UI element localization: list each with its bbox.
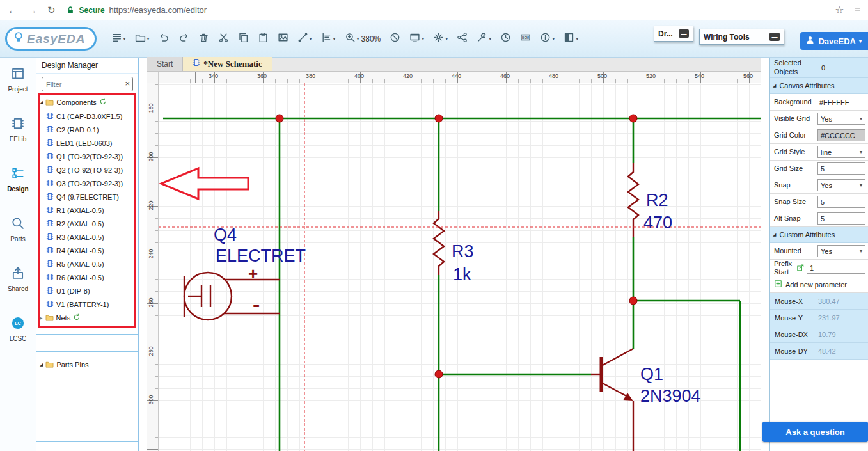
dropdown-caret-icon[interactable]: ▾ (357, 36, 359, 42)
r2-reference[interactable]: R2 (646, 191, 668, 210)
attr-input[interactable]: 5 (817, 212, 865, 225)
refresh-icon[interactable] (99, 98, 107, 107)
canvas-attributes-header[interactable]: ◢ Canvas Attributes (770, 78, 868, 94)
r2-value[interactable]: 470 (643, 213, 672, 233)
component-item[interactable]: Q3 (TO-92(TO-92-3)) (36, 177, 138, 190)
q1-value[interactable]: 2N3904 (640, 386, 701, 406)
copy-button[interactable] (235, 29, 252, 48)
attr-select[interactable]: Yes▾ (817, 179, 865, 191)
attr-input[interactable]: 5 (817, 196, 865, 208)
theme-contrast-button[interactable]: ▾ (560, 29, 581, 48)
refresh-icon[interactable] (73, 313, 81, 322)
panel-splitter[interactable] (36, 351, 138, 352)
attr-select[interactable]: line▾ (817, 146, 865, 158)
browser-reload-icon[interactable]: ↻ (47, 4, 56, 16)
dropdown-caret-icon[interactable]: ▾ (489, 36, 491, 42)
dropdown-caret-icon[interactable]: ▾ (445, 36, 448, 42)
drawing-tools-window[interactable]: Dr... — (654, 26, 693, 42)
bom-button[interactable]: BOM (517, 29, 534, 48)
url-text[interactable]: https://easyeda.com/editor (109, 5, 825, 15)
paste-button[interactable] (255, 29, 272, 48)
component-item[interactable]: R3 (AXIAL-0.5) (36, 230, 138, 244)
easyeda-logo[interactable]: EasyEDA (5, 27, 97, 51)
info-button[interactable]: ▾ (537, 29, 558, 48)
folder-icon (45, 313, 54, 323)
cut-button[interactable] (215, 29, 232, 48)
component-item[interactable]: C1 (CAP-D3.0XF1.5) (36, 109, 138, 123)
dropdown-caret-icon[interactable]: ▾ (552, 36, 555, 42)
component-item[interactable]: Q2 (TO-92(TO-92-3)) (36, 163, 138, 177)
grid-color-swatch[interactable]: #CCCCCC (817, 129, 865, 141)
panel-splitter[interactable] (36, 334, 138, 335)
component-item[interactable]: V1 (BATTERY-1) (36, 297, 138, 311)
r3-reference[interactable]: R3 (452, 242, 474, 262)
zoom-button[interactable]: ▾380% (342, 29, 384, 48)
browser-back-icon[interactable]: ← (8, 4, 17, 15)
redo-button[interactable] (175, 29, 193, 48)
attr-select[interactable]: Yes▾ (817, 245, 865, 257)
add-parameter-button[interactable]: Add new parameter (770, 276, 868, 293)
open-folder-button[interactable]: ▾ (132, 29, 153, 48)
minimize-icon[interactable]: — (769, 33, 780, 41)
sidebar-item-design[interactable]: Design (7, 166, 28, 193)
dropdown-caret-icon[interactable]: ▾ (147, 36, 150, 42)
delete-button[interactable] (195, 29, 212, 48)
component-item[interactable]: Q1 (TO-92(TO-92-3)) (36, 150, 138, 163)
sidebar-item-lcsc[interactable]: LCLCSC (10, 316, 27, 342)
dropdown-caret-icon[interactable]: ▾ (576, 36, 578, 42)
bookmark-star-icon[interactable]: ☆ (835, 4, 844, 16)
user-account-button[interactable]: DaveEDA ▾ (800, 32, 868, 50)
tools-wrench-button[interactable]: ▾ (473, 29, 494, 48)
minimize-icon[interactable]: — (679, 29, 689, 38)
component-item[interactable]: U1 (DIP-8) (36, 284, 138, 297)
draw-line-button[interactable]: ▾ (294, 29, 315, 48)
attr-input[interactable]: 1 (807, 262, 865, 274)
browser-menu-icon[interactable]: ≡ (855, 4, 860, 16)
sidebar-item-eelib[interactable]: EELib (10, 116, 27, 143)
sidebar-item-shared[interactable]: Shared (8, 266, 28, 292)
ask-question-button[interactable]: Ask a question (762, 422, 868, 442)
attr-select[interactable]: Yes▾ (817, 113, 865, 125)
image-button[interactable] (274, 29, 292, 48)
component-item[interactable]: R5 (AXIAL-0.5) (36, 257, 138, 271)
parts-pins-folder[interactable]: ◢ Parts Pins (36, 358, 138, 372)
filter-input[interactable] (42, 77, 133, 91)
dropdown-caret-icon[interactable]: ▾ (333, 36, 336, 42)
attr-input[interactable]: 5 (817, 162, 865, 175)
clear-filter-icon[interactable]: × (125, 79, 130, 88)
component-item[interactable]: R2 (AXIAL-0.5) (36, 217, 138, 230)
q4-reference[interactable]: Q4 (214, 225, 237, 245)
sidebar-item-parts[interactable]: Parts (10, 216, 25, 242)
tab-new-schematic[interactable]: *New Schematic (183, 57, 272, 71)
dropdown-caret-icon[interactable]: ▾ (310, 36, 312, 42)
menu-button[interactable]: ▾ (108, 29, 129, 48)
q4-value[interactable]: ELECTRET (216, 246, 306, 266)
dialog-button[interactable]: ▾ (406, 29, 427, 48)
dropdown-caret-icon[interactable]: ▾ (422, 36, 424, 42)
tab-start[interactable]: Start (147, 57, 183, 71)
nets-folder[interactable]: ▸ Nets (36, 311, 138, 325)
component-item[interactable]: C2 (RAD-0.1) (36, 123, 138, 136)
wiring-tools-window[interactable]: Wiring Tools — (699, 29, 784, 45)
erc-check-button[interactable] (386, 29, 404, 48)
undo-button[interactable] (155, 29, 173, 48)
address-bar[interactable]: Secure https://easyeda.com/editor (66, 5, 825, 15)
component-item[interactable]: LED1 (LED-0603) (36, 136, 138, 150)
share-button[interactable] (454, 29, 471, 48)
r3-value[interactable]: 1k (453, 265, 471, 285)
align-button[interactable]: ▾ (318, 29, 339, 48)
panel-splitter[interactable] (36, 441, 138, 442)
schematic-canvas[interactable]: Q4 ELECTRET + - R3 1k R2 470 Q1 2N3904 (159, 83, 761, 451)
component-item[interactable]: Q4 (9.7ELECTRET) (36, 190, 138, 203)
custom-attributes-header[interactable]: ◢ Custom Attributes (770, 227, 868, 243)
settings-gear-button[interactable]: ▾ (430, 29, 451, 48)
component-item[interactable]: R4 (AXIAL-0.5) (36, 244, 138, 257)
components-folder[interactable]: ◢ Components (36, 95, 138, 109)
dropdown-caret-icon[interactable]: ▾ (123, 36, 126, 42)
sidebar-item-project[interactable]: Project (8, 67, 28, 93)
history-clock-button[interactable] (497, 29, 514, 48)
q1-reference[interactable]: Q1 (640, 365, 663, 384)
component-item[interactable]: R1 (AXIAL-0.5) (36, 203, 138, 217)
component-item[interactable]: R6 (AXIAL-0.5) (36, 271, 138, 284)
browser-forward-icon[interactable]: → (28, 4, 37, 15)
